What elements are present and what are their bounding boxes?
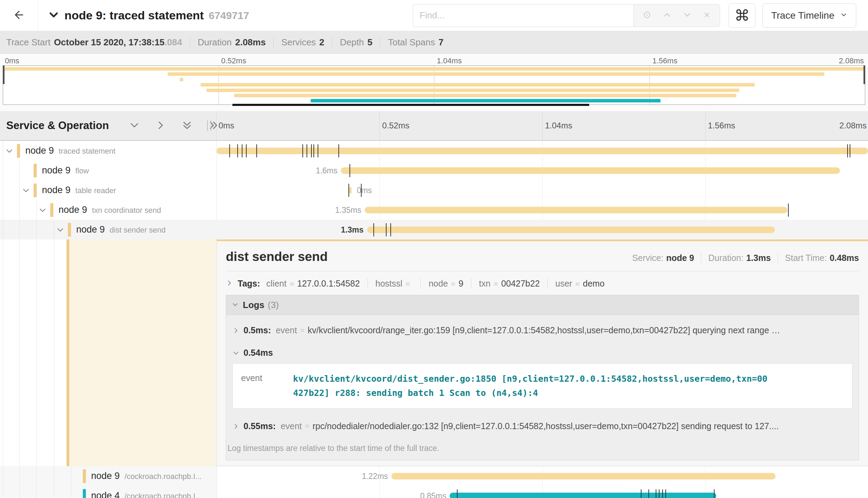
span-log-tick bbox=[318, 144, 318, 157]
trace-collapse-toggle[interactable] bbox=[47, 8, 60, 23]
chevron-right-icon bbox=[226, 279, 233, 289]
trace-view-selector[interactable]: Trace Timeline bbox=[762, 3, 856, 28]
tag-hostssl: hostssl= bbox=[375, 279, 413, 289]
prev-match-button[interactable] bbox=[662, 10, 672, 21]
meta-label: Duration: bbox=[708, 253, 743, 263]
tags-list: client=127.0.0.1:54582hostssl=node=9txn=… bbox=[266, 278, 605, 289]
log-field-key: event bbox=[281, 421, 302, 431]
span-row[interactable]: node 9traced statement bbox=[0, 141, 868, 161]
log-timestamp: 0.55ms: bbox=[243, 421, 276, 431]
indent-guide bbox=[19, 486, 20, 498]
tag-key: txn bbox=[479, 279, 490, 289]
span-detail-title: dist sender send bbox=[226, 250, 328, 264]
log-field-key: event bbox=[276, 325, 297, 335]
minimap-left-handle[interactable] bbox=[3, 65, 5, 84]
span-detail-header: dist sender send Service: node 9 Duratio… bbox=[226, 241, 859, 264]
logs-footnote: Log timestamps are relative to the start… bbox=[226, 440, 859, 460]
log-entry-row[interactable]: 0.55ms:event=rpc/nodedialer/nodedialer.g… bbox=[232, 414, 852, 439]
locate-icon bbox=[642, 10, 652, 21]
tag-key: node bbox=[428, 279, 448, 289]
span-service-name: node 9 bbox=[91, 471, 120, 481]
span-operation-name: /cockroach.roachpb.I... bbox=[125, 472, 202, 481]
summary-value: 5 bbox=[367, 37, 372, 48]
span-bar[interactable] bbox=[349, 187, 352, 193]
focus-match-button[interactable] bbox=[642, 10, 652, 21]
span-operation-name: dist sender send bbox=[110, 226, 166, 235]
collapse-all-button[interactable] bbox=[181, 120, 193, 132]
find-group bbox=[413, 4, 720, 27]
clear-search-button[interactable] bbox=[702, 10, 711, 20]
span-gantt-cell[interactable]: 1.35ms bbox=[216, 200, 868, 220]
span-name-cell[interactable]: node 4/cockroach.roachpb.I... bbox=[0, 486, 216, 498]
indent-guide bbox=[54, 466, 54, 486]
span-gantt-cell[interactable]: 0.85ms bbox=[216, 486, 868, 498]
minimap-right-handle[interactable] bbox=[863, 65, 865, 84]
span-log-tick bbox=[665, 489, 666, 498]
span-gantt-cell[interactable]: 1.6ms bbox=[216, 161, 868, 180]
span-name-cell[interactable]: node 9dist sender send bbox=[0, 220, 216, 239]
span-name-cell[interactable]: node 9/cockroach.roachpb.I... bbox=[0, 466, 216, 486]
equals-sign: = bbox=[575, 280, 580, 289]
span-gantt-cell[interactable]: 1.22ms bbox=[216, 466, 868, 486]
minimap-viewport[interactable] bbox=[3, 65, 865, 105]
divider bbox=[701, 253, 701, 263]
span-name-cell[interactable]: node 9table reader bbox=[0, 180, 216, 200]
tags-row[interactable]: Tags: client=127.0.0.1:54582hostssl=node… bbox=[226, 271, 859, 293]
span-expander-chevron-icon[interactable] bbox=[5, 147, 14, 155]
indent-guide bbox=[3, 180, 3, 200]
tag-user: user=demo bbox=[555, 279, 604, 289]
span-name: node 9/cockroach.roachpb.I... bbox=[0, 471, 202, 481]
top-bar: node 9: traced statement 6749717 bbox=[0, 0, 868, 31]
find-input[interactable] bbox=[413, 4, 634, 27]
span-row[interactable]: node 9table reader0ms bbox=[0, 180, 868, 200]
keyboard-shortcuts-button[interactable]: ⌘ bbox=[728, 3, 755, 28]
span-bar[interactable] bbox=[341, 167, 840, 174]
collapse-one-button[interactable] bbox=[129, 120, 140, 132]
ruler-tick-label: 0ms bbox=[219, 121, 234, 130]
summary-label: Total Spans bbox=[388, 37, 435, 48]
back-button[interactable] bbox=[0, 0, 38, 31]
indent-guide bbox=[36, 239, 37, 466]
span-log-tick bbox=[311, 144, 312, 157]
span-name-cell[interactable]: node 9flow bbox=[0, 161, 216, 180]
span-gantt-cell[interactable]: 0ms bbox=[216, 180, 868, 200]
span-bar[interactable] bbox=[365, 207, 787, 213]
next-match-button[interactable] bbox=[682, 10, 692, 21]
summary-label: Trace Start bbox=[6, 37, 51, 48]
span-expander-chevron-icon[interactable] bbox=[56, 226, 64, 234]
tag-node: node=9 bbox=[428, 279, 463, 289]
span-row[interactable]: node 9txn coordinator send1.35ms bbox=[0, 200, 868, 220]
log-entry-row[interactable]: 0.5ms:event=kv/kvclient/kvcoord/range_it… bbox=[232, 318, 852, 343]
ruler-gridline bbox=[650, 54, 650, 65]
indent-guide bbox=[19, 180, 20, 200]
span-bar[interactable] bbox=[367, 226, 775, 233]
column-resize-grip[interactable] bbox=[207, 120, 211, 131]
minimap-span-bar bbox=[180, 78, 183, 81]
span-row[interactable]: node 9dist sender send1.3ms bbox=[0, 220, 868, 239]
span-expander-chevron-icon[interactable] bbox=[22, 186, 30, 194]
span-bar[interactable] bbox=[450, 492, 716, 498]
tags-label: Tags: bbox=[238, 279, 260, 289]
logs-header[interactable]: Logs (3) bbox=[226, 295, 859, 315]
span-gantt-cell[interactable] bbox=[216, 141, 868, 161]
minimap-scroll-indicator[interactable] bbox=[232, 104, 589, 106]
ruler-tick-label: 1.04ms bbox=[437, 56, 462, 65]
log-entry-expanded-header[interactable]: 0.54ms bbox=[232, 343, 852, 361]
span-log-tick bbox=[648, 489, 649, 498]
span-name-cell[interactable]: node 9txn coordinator send bbox=[0, 200, 216, 220]
span-row[interactable]: node 4/cockroach.roachpb.I...0.85ms bbox=[0, 486, 868, 498]
summary-value: October 15 2020, 17:38:15.084 bbox=[54, 37, 182, 48]
span-expander-chevron-icon[interactable] bbox=[38, 206, 47, 214]
summary-label: Depth bbox=[340, 37, 364, 48]
span-row[interactable]: node 9/cockroach.roachpb.I...1.22ms bbox=[0, 466, 868, 486]
span-name-cell[interactable]: node 9traced statement bbox=[0, 141, 216, 161]
expand-one-button[interactable] bbox=[155, 120, 166, 132]
span-row[interactable]: node 9flow1.6ms bbox=[0, 161, 868, 180]
timeline-column-header: Service & Operation 0ms0.52ms1.04ms1.56m… bbox=[0, 111, 868, 141]
logs-section: Logs (3) 0.5ms:event=kv/kvclient/kvcoord… bbox=[226, 295, 859, 460]
span-gantt-cell[interactable]: 1.3ms bbox=[216, 220, 868, 239]
equals-sign: = bbox=[305, 422, 309, 431]
ruler-gridline bbox=[219, 54, 219, 65]
ruler-gridline bbox=[379, 111, 380, 140]
span-bar[interactable] bbox=[391, 473, 776, 479]
